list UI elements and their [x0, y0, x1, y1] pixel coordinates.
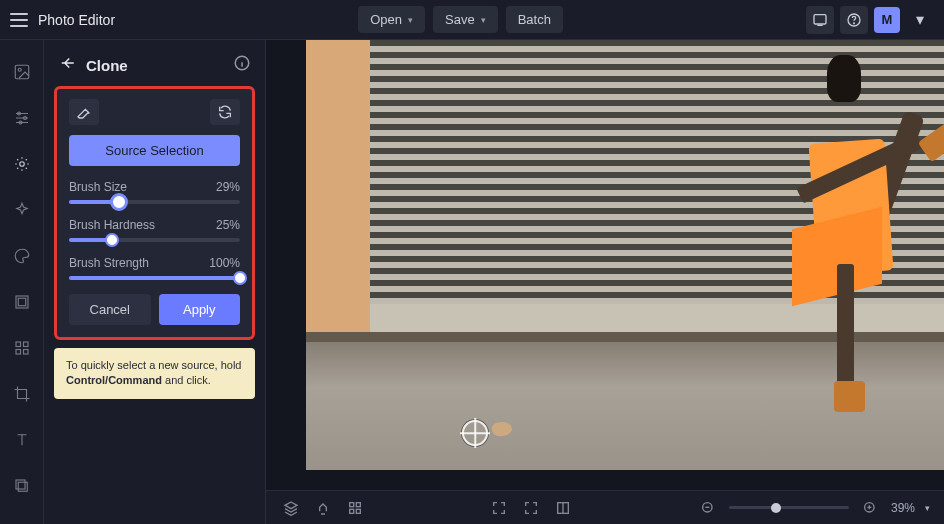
- canvas-area[interactable]: [266, 40, 944, 490]
- grid-icon[interactable]: [344, 497, 366, 519]
- zoom-out-icon[interactable]: [697, 497, 719, 519]
- svg-rect-18: [350, 502, 354, 506]
- svg-rect-21: [356, 509, 360, 513]
- cancel-button[interactable]: Cancel: [69, 294, 151, 325]
- image-tool-icon[interactable]: [8, 58, 36, 86]
- left-toolbar: [0, 40, 44, 524]
- chevron-down-icon: ▾: [916, 10, 924, 29]
- slider-value: 25%: [216, 218, 240, 232]
- slider-thumb[interactable]: [110, 193, 128, 211]
- svg-rect-16: [16, 480, 25, 489]
- avatar[interactable]: M: [874, 7, 900, 33]
- open-button-label: Open: [370, 12, 402, 27]
- zoom-level: 39%: [891, 501, 915, 515]
- svg-point-4: [18, 68, 21, 71]
- tip-box: To quickly select a new source, hold Con…: [54, 348, 255, 399]
- crop-tool-icon[interactable]: [8, 380, 36, 408]
- slider-thumb[interactable]: [233, 271, 247, 285]
- brush-strength-slider[interactable]: Brush Strength 100%: [69, 256, 240, 280]
- elements-tool-icon[interactable]: [8, 334, 36, 362]
- save-button[interactable]: Save ▾: [433, 6, 498, 33]
- slider-value: 100%: [209, 256, 240, 270]
- zoom-chevron-icon[interactable]: ▾: [925, 503, 930, 513]
- fit-screen-icon[interactable]: [520, 497, 542, 519]
- feedback-icon[interactable]: [806, 6, 834, 34]
- reset-icon[interactable]: [210, 99, 240, 125]
- slider-thumb[interactable]: [771, 503, 781, 513]
- source-selection-button[interactable]: Source Selection: [69, 135, 240, 166]
- clone-source-marker-icon[interactable]: [462, 420, 488, 446]
- slider-label: Brush Size: [69, 180, 127, 194]
- help-icon[interactable]: [840, 6, 868, 34]
- tip-text: To quickly select a new source, hold: [66, 359, 241, 371]
- batch-button-label: Batch: [518, 12, 551, 27]
- tip-text-after: and click.: [162, 374, 211, 386]
- svg-rect-20: [350, 509, 354, 513]
- slider-label: Brush Strength: [69, 256, 149, 270]
- slider-label: Brush Hardness: [69, 218, 155, 232]
- svg-rect-11: [16, 342, 21, 347]
- svg-rect-10: [18, 298, 26, 306]
- ai-tool-icon[interactable]: [8, 196, 36, 224]
- batch-button[interactable]: Batch: [506, 6, 563, 33]
- tip-bold: Control/Command: [66, 374, 162, 386]
- layers-icon[interactable]: [280, 497, 302, 519]
- apply-button[interactable]: Apply: [159, 294, 241, 325]
- frame-tool-icon[interactable]: [8, 288, 36, 316]
- erase-mode-icon[interactable]: [69, 99, 99, 125]
- account-chevron-icon[interactable]: ▾: [906, 6, 934, 34]
- clone-tool-box: Source Selection Brush Size 29% Brush Ha…: [54, 86, 255, 340]
- zoom-in-icon[interactable]: [859, 497, 881, 519]
- svg-rect-13: [16, 350, 21, 355]
- svg-point-2: [854, 22, 855, 23]
- export-icon[interactable]: [312, 497, 334, 519]
- top-bar: Photo Editor Open ▾ Save ▾ Batch M ▾: [0, 0, 944, 40]
- svg-point-8: [19, 162, 24, 167]
- palette-tool-icon[interactable]: [8, 242, 36, 270]
- zoom-slider[interactable]: [729, 506, 849, 509]
- compare-icon[interactable]: [552, 497, 574, 519]
- save-button-label: Save: [445, 12, 475, 27]
- svg-rect-3: [15, 65, 29, 79]
- panel-title: Clone: [86, 57, 223, 74]
- duplicate-tool-icon[interactable]: [8, 472, 36, 500]
- info-icon[interactable]: [233, 54, 251, 76]
- brush-size-slider[interactable]: Brush Size 29%: [69, 180, 240, 204]
- svg-rect-12: [23, 342, 28, 347]
- svg-rect-19: [356, 502, 360, 506]
- chevron-down-icon: ▾: [408, 15, 413, 25]
- photo-subject: [599, 40, 944, 427]
- back-icon[interactable]: [58, 54, 76, 76]
- slider-thumb[interactable]: [105, 233, 119, 247]
- photo-canvas[interactable]: [306, 40, 944, 470]
- brush-hardness-slider[interactable]: Brush Hardness 25%: [69, 218, 240, 242]
- bottom-bar: 39% ▾: [266, 490, 944, 524]
- chevron-down-icon: ▾: [481, 15, 486, 25]
- fullscreen-icon[interactable]: [488, 497, 510, 519]
- slider-value: 29%: [216, 180, 240, 194]
- adjustments-tool-icon[interactable]: [8, 104, 36, 132]
- retouch-tool-icon[interactable]: [8, 150, 36, 178]
- open-button[interactable]: Open ▾: [358, 6, 425, 33]
- menu-icon[interactable]: [10, 13, 28, 27]
- svg-rect-0: [814, 14, 826, 23]
- clone-panel: Clone Source Selection Brush Size 29%: [44, 40, 266, 524]
- svg-rect-14: [23, 350, 28, 355]
- app-title: Photo Editor: [38, 12, 115, 28]
- svg-rect-15: [18, 482, 27, 491]
- text-tool-icon[interactable]: [8, 426, 36, 454]
